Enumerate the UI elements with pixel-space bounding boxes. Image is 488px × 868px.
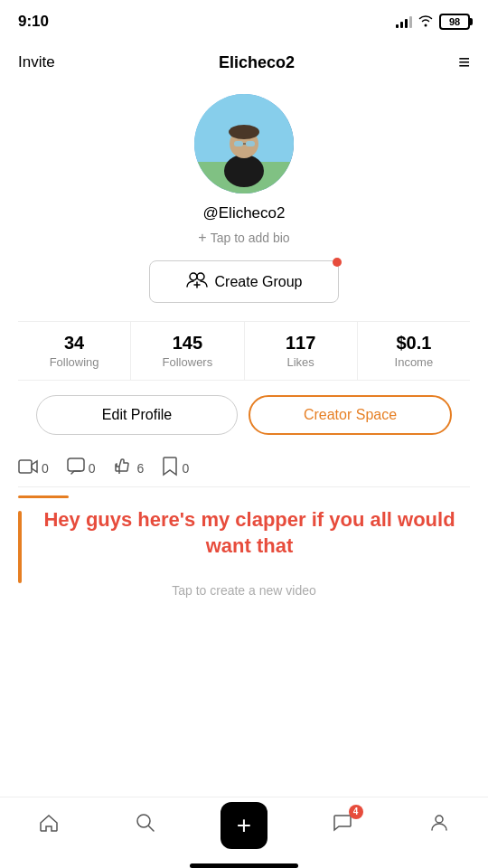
- likes-tab[interactable]: 6: [114, 458, 145, 478]
- svg-point-4: [229, 125, 259, 139]
- svg-rect-13: [68, 458, 84, 471]
- create-group-label: Create Group: [215, 274, 303, 290]
- action-buttons: Edit Profile Creator Space: [18, 395, 470, 435]
- nav-home[interactable]: [26, 803, 71, 848]
- profile-icon: [428, 812, 450, 839]
- svg-point-16: [436, 816, 443, 823]
- signal-icon: [396, 15, 412, 28]
- comments-tab[interactable]: 0: [67, 458, 96, 478]
- svg-rect-5: [234, 141, 243, 146]
- bookmark-icon: [162, 457, 178, 479]
- nav-messages[interactable]: 4: [320, 803, 365, 848]
- bio-add[interactable]: + Tap to add bio: [198, 230, 289, 246]
- bottom-nav: + 4: [0, 797, 488, 860]
- likes-tab-count: 6: [137, 461, 145, 476]
- followers-label: Followers: [163, 355, 213, 369]
- svg-rect-12: [19, 460, 32, 473]
- status-time: 9:10: [18, 13, 49, 31]
- orange-line: [18, 511, 22, 583]
- search-icon: [135, 812, 156, 839]
- svg-point-2: [224, 155, 264, 187]
- wifi-icon: [418, 14, 434, 30]
- bookmarks-tab[interactable]: 0: [162, 457, 189, 479]
- nav-profile[interactable]: [417, 803, 462, 848]
- stats-row: 34 Following 145 Followers 117 Likes $0.…: [18, 321, 470, 381]
- creator-space-button[interactable]: Creator Space: [249, 395, 452, 435]
- add-icon: +: [237, 813, 251, 838]
- menu-button[interactable]: ≡: [458, 51, 470, 74]
- notification-dot: [333, 258, 342, 267]
- content-area: 0 0: [0, 449, 488, 797]
- comment-icon: [67, 458, 85, 478]
- video-icon: [18, 458, 38, 477]
- tap-create-label[interactable]: Tap to create a new video: [18, 583, 470, 598]
- income-label: Income: [395, 355, 434, 369]
- post-text: Hey guys here's my clapper if you all wo…: [29, 507, 470, 559]
- edit-profile-button[interactable]: Edit Profile: [36, 395, 238, 435]
- stat-income[interactable]: $0.1 Income: [358, 322, 470, 380]
- messages-badge: 4: [349, 805, 363, 819]
- home-icon: [38, 812, 60, 839]
- status-bar: 9:10 98: [0, 0, 488, 40]
- bio-placeholder: Tap to add bio: [211, 231, 290, 245]
- videos-tab[interactable]: 0: [18, 458, 49, 477]
- header: Invite Elicheco2 ≡: [0, 40, 488, 85]
- avatar[interactable]: [194, 94, 294, 193]
- svg-point-8: [190, 273, 197, 280]
- content-icons-row: 0 0: [18, 449, 470, 487]
- nav-search[interactable]: [123, 803, 168, 848]
- nav-add-button[interactable]: +: [221, 802, 267, 849]
- stat-following[interactable]: 34 Following: [18, 322, 131, 380]
- videos-count: 0: [42, 461, 49, 476]
- header-title: Elicheco2: [219, 53, 295, 72]
- invite-button[interactable]: Invite: [18, 53, 55, 71]
- group-icon: [186, 270, 208, 293]
- tab-indicator: [18, 495, 69, 498]
- comments-count: 0: [89, 461, 96, 476]
- income-value: $0.1: [396, 333, 431, 354]
- profile-section: @Elicheco2 + Tap to add bio Create Group: [0, 85, 488, 449]
- bookmarks-count: 0: [182, 461, 189, 476]
- status-icons: 98: [396, 14, 470, 30]
- like-icon: [114, 458, 134, 478]
- stat-likes[interactable]: 117 Likes: [245, 322, 358, 380]
- svg-line-15: [149, 826, 155, 831]
- likes-count: 117: [286, 333, 315, 354]
- following-label: Following: [50, 355, 99, 369]
- stat-followers[interactable]: 145 Followers: [131, 322, 244, 380]
- likes-label: Likes: [286, 355, 314, 369]
- svg-point-9: [197, 273, 204, 280]
- home-indicator: [190, 863, 298, 868]
- svg-rect-6: [246, 141, 255, 146]
- create-group-button[interactable]: Create Group: [149, 260, 340, 303]
- username: @Elicheco2: [203, 204, 286, 222]
- svg-point-14: [137, 815, 150, 827]
- following-count: 34: [64, 333, 84, 354]
- followers-count: 145: [173, 333, 202, 354]
- battery-icon: 98: [439, 14, 470, 30]
